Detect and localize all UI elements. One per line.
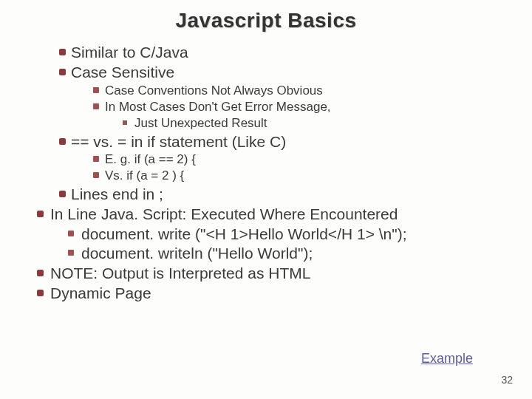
bullet-list-outer: In Line Java. Script: Executed Where Enc… <box>13 205 519 303</box>
bullet-list-level2-eq: E. g. if (a == 2) { Vs. if (a = 2 ) { <box>71 151 519 184</box>
bullet-dynamic-page: Dynamic Page <box>13 284 519 303</box>
bullet-inline-js-text: In Line Java. Script: Executed Where Enc… <box>50 205 398 222</box>
example-link[interactable]: Example <box>421 351 473 366</box>
slide-title: Javascript Basics <box>13 9 519 33</box>
bullet-lines-end: Lines end in ; <box>13 185 519 204</box>
bullet-case-sensitive-text: Case Sensitive <box>71 64 174 81</box>
bullet-document-write: document. write ("<H 1>Hello World</H 1>… <box>50 225 519 244</box>
slide: Javascript Basics Similar to C/Java Case… <box>0 0 532 399</box>
bullet-case-sensitive: Case Sensitive Case Conventions Not Alwa… <box>13 63 519 132</box>
bullet-case-conventions: Case Conventions Not Always Obvious <box>71 83 519 99</box>
bullet-similar: Similar to C/Java <box>13 43 519 62</box>
bullet-list-level2-case: Case Conventions Not Always Obvious In M… <box>71 83 519 132</box>
bullet-list-level1: Similar to C/Java Case Sensitive Case Co… <box>13 43 519 204</box>
bullet-document-writeln: document. writeln ("Hello World"); <box>50 244 519 263</box>
bullet-list-level3: Just Unexpected Result <box>105 115 519 132</box>
bullet-unexpected-result: Just Unexpected Result <box>105 115 519 132</box>
bullet-eq-vs-assign: == vs. = in if statement (Like C) E. g. … <box>13 132 519 184</box>
page-number: 32 <box>501 374 513 386</box>
bullet-list-inline-sub: document. write ("<H 1>Hello World</H 1>… <box>50 225 519 264</box>
bullet-eq-text: == vs. = in if statement (Like C) <box>71 133 286 150</box>
bullet-case-errors-text: In Most Cases Don't Get Error Message, <box>105 100 331 114</box>
bullet-note-html: NOTE: Output is Interpreted as HTML <box>13 264 519 283</box>
bullet-eq-vs: Vs. if (a = 2 ) { <box>71 168 519 184</box>
bullet-case-errors: In Most Cases Don't Get Error Message, J… <box>71 99 519 132</box>
bullet-inline-js: In Line Java. Script: Executed Where Enc… <box>13 205 519 263</box>
bullet-eq-example: E. g. if (a == 2) { <box>71 151 519 168</box>
